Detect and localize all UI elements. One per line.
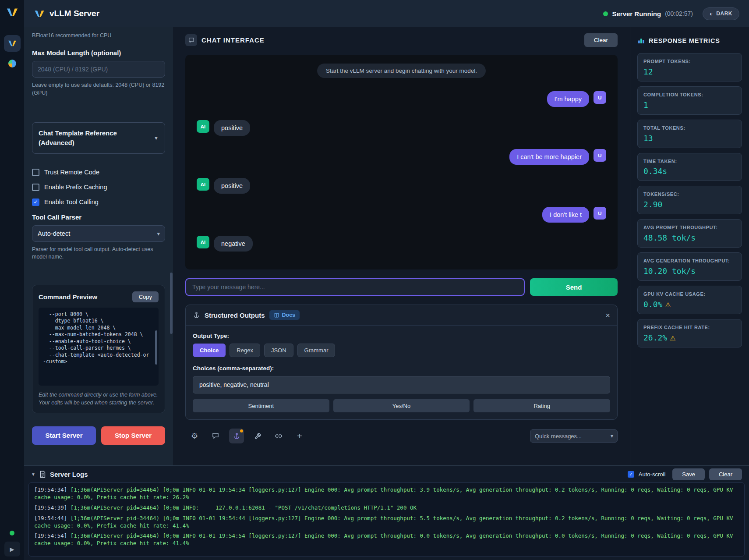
checkbox-label: Enable Prefix Caching: [44, 184, 107, 191]
bar-chart-icon: [637, 37, 645, 44]
add-tool-icon[interactable]: +: [292, 429, 307, 443]
ai-avatar: AI: [197, 120, 209, 133]
quick-messages-select[interactable]: Quick messages...: [530, 429, 618, 443]
brand: vLLM Server: [34, 9, 99, 18]
chat-messages: I'm happyUAIpositiveI can't be more happ…: [185, 91, 618, 252]
start-server-button[interactable]: Start Server: [32, 426, 96, 445]
command-preview-card: Command Preview Copy --port 8000 \ --dty…: [32, 285, 165, 413]
quick-messages-wrap: Quick messages...: [530, 429, 618, 443]
topbar-right: Server Running (00:02:57) ◐ DARK: [603, 7, 739, 20]
metric-card: PREFIX CACHE HIT RATE:26.2%⚠: [637, 319, 742, 347]
choices-input[interactable]: [193, 376, 610, 393]
autoscroll-checkbox[interactable]: ✓: [628, 471, 634, 478]
settings-gear-icon[interactable]: ⚙: [187, 429, 202, 443]
preset-yesno[interactable]: Yes/No: [333, 399, 470, 412]
save-logs-button[interactable]: Save: [672, 468, 705, 480]
metric-label: TOTAL TOKENS:: [643, 125, 736, 131]
topbar: vLLM Server Server Running (00:02:57) ◐ …: [24, 0, 749, 27]
max-model-length-input[interactable]: [32, 61, 165, 78]
collapse-logs-icon[interactable]: ▼: [31, 472, 35, 477]
chat-input-row: Send: [185, 278, 618, 296]
chat-message: AIpositive: [197, 120, 606, 136]
metric-value: 13: [643, 134, 736, 143]
tool-call-parser-select-wrap: Auto-detect: [32, 225, 165, 242]
chat-header: CHAT INTERFACE Clear: [185, 33, 618, 47]
sidebar-checkboxes: Trust Remote CodeEnable Prefix Caching✓E…: [32, 169, 165, 206]
send-button[interactable]: Send: [530, 278, 618, 296]
sidebar-scrollbar-thumb[interactable]: [170, 273, 173, 334]
metric-value: 0.0%⚠: [643, 300, 736, 309]
command-preview-help: Edit the command directly or use the for…: [39, 391, 159, 407]
vllm-brand-icon: [34, 9, 45, 18]
output-type-json[interactable]: JSON: [264, 344, 293, 357]
clear-logs-button[interactable]: Clear: [709, 468, 742, 480]
wrench-tool-icon[interactable]: [250, 429, 265, 443]
metric-label: TOKENS/SEC:: [643, 191, 736, 198]
stop-server-button[interactable]: Stop Server: [101, 426, 165, 445]
preset-rating[interactable]: Rating: [473, 399, 610, 412]
message-input[interactable]: [185, 278, 525, 296]
rail-item-secondary[interactable]: [4, 55, 21, 72]
structured-outputs-title: Structured Outputs: [205, 312, 265, 319]
theme-toggle-button[interactable]: ◐ DARK: [703, 7, 739, 20]
log-output[interactable]: [19:54:34] [1;36m(APIServer pid=34464) […: [28, 482, 745, 556]
ai-avatar: AI: [197, 178, 209, 191]
content-row: BFloat16 recommended for CPU Max Model L…: [24, 27, 749, 465]
message-bubble: negative: [214, 236, 253, 252]
checkbox-label: Trust Remote Code: [44, 169, 99, 176]
metric-label: COMPLETION TOKENS:: [643, 92, 736, 98]
metric-label: AVG GENERATION THROUGHPUT:: [643, 258, 736, 264]
chat-message: AIpositive: [197, 178, 606, 194]
docs-link[interactable]: Docs: [269, 310, 300, 320]
checkbox-checked[interactable]: ✓: [32, 198, 39, 206]
chat-template-reference-toggle[interactable]: Chat Template Reference (Advanced) ▼: [32, 122, 165, 154]
ai-avatar: AI: [197, 236, 209, 248]
output-type-regex[interactable]: Regex: [230, 344, 260, 357]
log-text: [1;36m(APIServer pid=34464) [0;0m INFO: …: [71, 504, 417, 511]
checkbox-row[interactable]: Enable Prefix Caching: [32, 184, 165, 191]
clear-chat-button[interactable]: Clear: [584, 33, 618, 47]
chat-tool-icon[interactable]: [208, 429, 223, 443]
output-type-grammar[interactable]: Grammar: [297, 344, 336, 357]
user-avatar: U: [594, 207, 606, 220]
copy-command-button[interactable]: Copy: [132, 291, 159, 302]
rail-status-dot: [10, 531, 14, 535]
structured-outputs-tool-icon[interactable]: [229, 429, 244, 443]
chat-message: I don't like tU: [197, 207, 606, 223]
close-structured-outputs-button[interactable]: ×: [605, 311, 610, 319]
server-buttons: Start Server Stop Server: [32, 426, 165, 445]
checkbox-unchecked[interactable]: [32, 184, 39, 191]
code-scrollbar-thumb[interactable]: [155, 330, 157, 365]
log-line: [19:54:34] [1;36m(APIServer pid=34464) […: [34, 486, 739, 501]
server-logs-title: Server Logs: [50, 471, 88, 478]
metric-card: TOKENS/SEC:2.90: [637, 186, 742, 214]
document-icon: [39, 471, 46, 478]
config-sidebar: BFloat16 recommended for CPU Max Model L…: [24, 27, 173, 465]
rail-bottom: ▶: [0, 531, 24, 556]
metric-label: AVG PROMPT THROUGHPUT:: [643, 224, 736, 231]
message-bubble: I'm happy: [547, 91, 589, 107]
server-logs-panel: ▼ Server Logs ✓ Auto-scroll Save Clear […: [24, 465, 749, 560]
link-tool-icon[interactable]: [271, 429, 286, 443]
metric-card: COMPLETION TOKENS:1: [637, 86, 742, 115]
metric-value: 12: [643, 67, 736, 76]
rail-item-vllm[interactable]: [4, 35, 21, 52]
checkbox-unchecked[interactable]: [32, 169, 39, 176]
log-timestamp: [19:54:54]: [34, 532, 71, 539]
metric-label: GPU KV CACHE USAGE:: [643, 291, 736, 298]
uptime: (00:02:57): [665, 10, 693, 17]
output-type-buttons: ChoiceRegexJSONGrammar: [193, 344, 610, 357]
expand-panel-button[interactable]: ▶: [4, 542, 20, 556]
checkbox-row[interactable]: ✓Enable Tool Calling: [32, 198, 165, 206]
preset-sentiment[interactable]: Sentiment: [193, 399, 329, 412]
chat-panel: CHAT INTERFACE Clear Start the vLLM serv…: [173, 27, 630, 465]
checkbox-row[interactable]: Trust Remote Code: [32, 169, 165, 176]
logs-controls: ✓ Auto-scroll Save Clear: [628, 468, 742, 480]
tool-call-parser-label: Tool Call Parser: [32, 213, 165, 221]
tool-call-parser-select[interactable]: Auto-detect: [32, 225, 165, 242]
server-status: Server Running (00:02:57): [603, 10, 693, 18]
log-timestamp: [19:54:39]: [34, 504, 71, 511]
choices-label: Choices (comma-separated):: [193, 365, 610, 372]
output-type-choice[interactable]: Choice: [193, 344, 226, 357]
command-preview-code[interactable]: --port 8000 \ --dtype bfloat16 \ --max-m…: [39, 308, 159, 386]
